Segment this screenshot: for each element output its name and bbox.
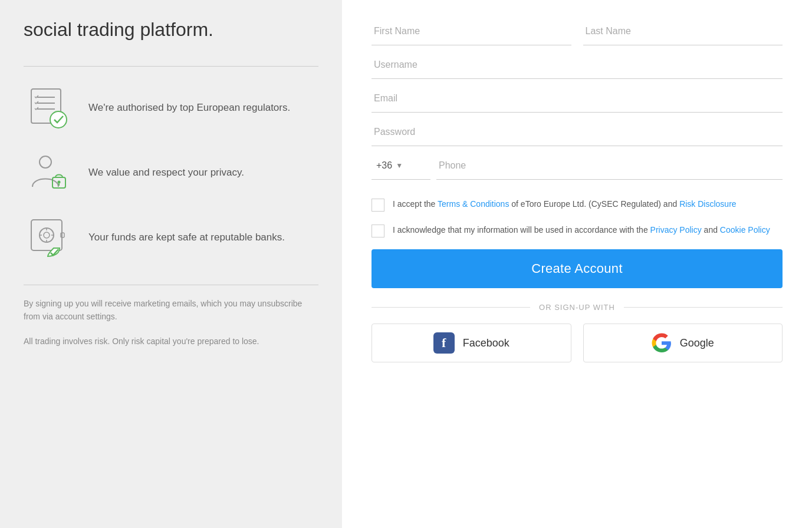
terms-checkbox-item: I accept the Terms & Conditions of eToro… <box>372 197 783 212</box>
divider-line-left <box>372 307 530 308</box>
google-icon <box>652 333 672 353</box>
divider-bottom <box>24 285 318 285</box>
left-panel: social trading platform. <box>0 0 342 528</box>
svg-point-4 <box>50 111 67 128</box>
email-input[interactable] <box>372 85 783 113</box>
divider-line-right <box>624 307 783 308</box>
terms-label: I accept the Terms & Conditions of eToro… <box>393 197 737 210</box>
privacy-checkbox-item: I acknowledge that my information will b… <box>372 223 783 237</box>
last-name-input[interactable] <box>583 18 783 45</box>
or-signup-text: OR SIGN-UP WITH <box>539 303 615 312</box>
feature-funds: Your funds are kept safe at reputable ba… <box>24 214 318 261</box>
divider-top <box>24 66 318 67</box>
username-input[interactable] <box>372 51 783 79</box>
right-panel: +36 ▼ I accept the Terms & Conditions of… <box>342 0 812 528</box>
google-label: Google <box>680 337 714 349</box>
feature-privacy: We value and respect your privacy. <box>24 149 318 196</box>
svg-point-11 <box>44 232 50 238</box>
google-signup-button[interactable]: Google <box>583 324 783 362</box>
risk-disclosure-link[interactable]: Risk Disclosure <box>679 199 736 209</box>
footer-risk-text: All trading involves risk. Only risk cap… <box>24 335 318 348</box>
privacy-policy-link[interactable]: Privacy Policy <box>650 225 702 235</box>
svg-rect-9 <box>31 220 62 250</box>
phone-country-dropdown[interactable]: +36 ▼ <box>372 152 430 180</box>
privacy-icon <box>24 149 77 196</box>
facebook-icon: f <box>433 332 455 354</box>
funds-safe-icon <box>24 214 77 261</box>
footer-marketing-text: By signing up you will receive marketing… <box>24 297 318 324</box>
svg-point-5 <box>40 156 51 168</box>
privacy-text: We value and respect your privacy. <box>88 165 244 180</box>
social-buttons-row: f Facebook Google <box>372 324 783 362</box>
name-row <box>372 18 783 45</box>
privacy-label: I acknowledge that my information will b… <box>393 223 770 236</box>
regulatory-icon <box>24 84 77 131</box>
checkbox-section: I accept the Terms & Conditions of eToro… <box>372 197 783 237</box>
funds-safe-text: Your funds are kept safe at reputable ba… <box>88 230 285 245</box>
cookie-policy-link[interactable]: Cookie Policy <box>720 225 770 235</box>
phone-input[interactable] <box>436 152 783 180</box>
or-signup-divider: OR SIGN-UP WITH <box>372 303 783 312</box>
country-code-label: +36 <box>376 160 392 171</box>
terms-conditions-link[interactable]: Terms & Conditions <box>438 199 509 209</box>
svg-point-7 <box>58 180 61 183</box>
privacy-checkbox[interactable] <box>372 225 384 237</box>
dropdown-arrow-icon: ▼ <box>396 161 403 170</box>
features-list: We're authorised by top European regulat… <box>24 84 318 261</box>
phone-row: +36 ▼ <box>372 152 783 180</box>
first-name-input[interactable] <box>372 18 571 45</box>
regulatory-text: We're authorised by top European regulat… <box>88 100 290 116</box>
create-account-button[interactable]: Create Account <box>372 249 783 288</box>
feature-regulatory: We're authorised by top European regulat… <box>24 84 318 131</box>
hero-text: social trading platform. <box>24 18 318 42</box>
terms-checkbox[interactable] <box>372 199 384 212</box>
facebook-label: Facebook <box>463 337 509 349</box>
facebook-signup-button[interactable]: f Facebook <box>372 324 571 362</box>
password-input[interactable] <box>372 118 783 146</box>
